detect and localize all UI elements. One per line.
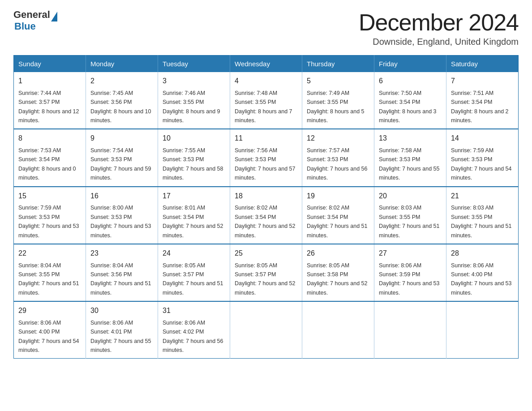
day-number: 21 [451, 191, 514, 202]
logo-text-general: General [13, 9, 50, 21]
day-info: Sunrise: 8:02 AMSunset: 3:54 PMDaylight:… [235, 205, 296, 238]
day-number: 2 [90, 76, 153, 87]
table-row: 5Sunrise: 7:49 AMSunset: 3:55 PMDaylight… [302, 72, 374, 129]
day-number: 22 [18, 248, 81, 259]
calendar-table: Sunday Monday Tuesday Wednesday Thursday… [13, 55, 519, 359]
day-number: 16 [90, 191, 153, 202]
day-info: Sunrise: 7:53 AMSunset: 3:54 PMDaylight:… [18, 147, 76, 181]
day-number: 29 [18, 305, 81, 317]
day-number: 30 [90, 305, 153, 317]
table-row [446, 301, 519, 359]
table-row: 22Sunrise: 8:04 AMSunset: 3:55 PMDayligh… [14, 244, 86, 301]
table-row: 20Sunrise: 8:03 AMSunset: 3:55 PMDayligh… [374, 187, 446, 244]
calendar-week-row: 1Sunrise: 7:44 AMSunset: 3:57 PMDaylight… [14, 72, 519, 129]
day-info: Sunrise: 8:04 AMSunset: 3:55 PMDaylight:… [18, 262, 79, 296]
table-row: 29Sunrise: 8:06 AMSunset: 4:00 PMDayligh… [14, 301, 86, 359]
table-row: 16Sunrise: 8:00 AMSunset: 3:53 PMDayligh… [86, 187, 158, 244]
col-friday: Friday [374, 56, 446, 73]
logo-triangle-icon [51, 12, 57, 21]
col-monday: Monday [86, 56, 158, 73]
day-number: 11 [235, 133, 297, 144]
day-info: Sunrise: 7:50 AMSunset: 3:54 PMDaylight:… [379, 90, 437, 124]
day-number: 31 [163, 305, 225, 317]
day-number: 3 [163, 76, 225, 87]
day-info: Sunrise: 7:49 AMSunset: 3:55 PMDaylight:… [307, 90, 365, 124]
day-info: Sunrise: 8:04 AMSunset: 3:56 PMDaylight:… [90, 262, 151, 296]
table-row: 6Sunrise: 7:50 AMSunset: 3:54 PMDaylight… [374, 72, 446, 129]
day-number: 5 [307, 76, 369, 87]
day-number: 20 [379, 191, 442, 202]
table-row: 11Sunrise: 7:56 AMSunset: 3:53 PMDayligh… [230, 129, 302, 186]
day-number: 7 [451, 76, 514, 87]
day-number: 10 [163, 133, 225, 144]
day-number: 18 [235, 191, 297, 202]
day-info: Sunrise: 7:56 AMSunset: 3:53 PMDaylight:… [235, 147, 296, 181]
day-info: Sunrise: 8:06 AMSunset: 4:00 PMDaylight:… [18, 320, 79, 353]
table-row: 3Sunrise: 7:46 AMSunset: 3:55 PMDaylight… [158, 72, 230, 129]
table-row: 24Sunrise: 8:05 AMSunset: 3:57 PMDayligh… [158, 244, 230, 301]
day-number: 13 [379, 133, 442, 144]
day-info: Sunrise: 7:45 AMSunset: 3:56 PMDaylight:… [90, 90, 151, 124]
title-area: December 2024 Downside, England, United … [359, 9, 519, 47]
table-row: 18Sunrise: 8:02 AMSunset: 3:54 PMDayligh… [230, 187, 302, 244]
day-info: Sunrise: 8:05 AMSunset: 3:57 PMDaylight:… [235, 262, 296, 296]
day-number: 17 [163, 191, 225, 202]
day-info: Sunrise: 7:44 AMSunset: 3:57 PMDaylight:… [18, 90, 79, 124]
day-number: 4 [235, 76, 297, 87]
day-info: Sunrise: 8:03 AMSunset: 3:55 PMDaylight:… [379, 205, 440, 238]
table-row [230, 301, 302, 359]
day-info: Sunrise: 7:51 AMSunset: 3:54 PMDaylight:… [451, 90, 509, 124]
table-row: 26Sunrise: 8:05 AMSunset: 3:58 PMDayligh… [302, 244, 374, 301]
day-number: 27 [379, 248, 442, 259]
day-info: Sunrise: 8:06 AMSunset: 4:01 PMDaylight:… [90, 320, 151, 353]
day-number: 19 [307, 191, 369, 202]
day-info: Sunrise: 7:59 AMSunset: 3:53 PMDaylight:… [18, 205, 79, 238]
day-number: 8 [18, 133, 81, 144]
month-title: December 2024 [359, 9, 519, 36]
table-row: 12Sunrise: 7:57 AMSunset: 3:53 PMDayligh… [302, 129, 374, 186]
table-row: 21Sunrise: 8:03 AMSunset: 3:55 PMDayligh… [446, 187, 519, 244]
table-row: 4Sunrise: 7:48 AMSunset: 3:55 PMDaylight… [230, 72, 302, 129]
table-row [302, 301, 374, 359]
table-row: 8Sunrise: 7:53 AMSunset: 3:54 PMDaylight… [14, 129, 86, 186]
day-number: 9 [90, 133, 153, 144]
day-info: Sunrise: 8:06 AMSunset: 3:59 PMDaylight:… [379, 262, 440, 296]
day-info: Sunrise: 7:59 AMSunset: 3:53 PMDaylight:… [451, 147, 512, 181]
calendar-week-row: 8Sunrise: 7:53 AMSunset: 3:54 PMDaylight… [14, 129, 519, 186]
table-row: 30Sunrise: 8:06 AMSunset: 4:01 PMDayligh… [86, 301, 158, 359]
calendar-week-row: 22Sunrise: 8:04 AMSunset: 3:55 PMDayligh… [14, 244, 519, 301]
table-row: 13Sunrise: 7:58 AMSunset: 3:53 PMDayligh… [374, 129, 446, 186]
table-row: 14Sunrise: 7:59 AMSunset: 3:53 PMDayligh… [446, 129, 519, 186]
day-number: 25 [235, 248, 297, 259]
col-tuesday: Tuesday [158, 56, 230, 73]
day-info: Sunrise: 8:02 AMSunset: 3:54 PMDaylight:… [307, 205, 368, 238]
col-sunday: Sunday [14, 56, 86, 73]
day-info: Sunrise: 7:58 AMSunset: 3:53 PMDaylight:… [379, 147, 440, 181]
table-row: 15Sunrise: 7:59 AMSunset: 3:53 PMDayligh… [14, 187, 86, 244]
day-info: Sunrise: 8:00 AMSunset: 3:53 PMDaylight:… [90, 205, 151, 238]
table-row: 17Sunrise: 8:01 AMSunset: 3:54 PMDayligh… [158, 187, 230, 244]
day-info: Sunrise: 7:46 AMSunset: 3:55 PMDaylight:… [163, 90, 220, 124]
table-row: 31Sunrise: 8:06 AMSunset: 4:02 PMDayligh… [158, 301, 230, 359]
col-wednesday: Wednesday [230, 56, 302, 73]
day-info: Sunrise: 8:05 AMSunset: 3:58 PMDaylight:… [307, 262, 368, 296]
day-number: 6 [379, 76, 442, 87]
day-number: 15 [18, 191, 81, 202]
day-number: 26 [307, 248, 369, 259]
logo: General Blue [13, 9, 57, 32]
calendar-week-row: 29Sunrise: 8:06 AMSunset: 4:00 PMDayligh… [14, 301, 519, 359]
col-saturday: Saturday [446, 56, 519, 73]
table-row: 10Sunrise: 7:55 AMSunset: 3:53 PMDayligh… [158, 129, 230, 186]
day-info: Sunrise: 7:54 AMSunset: 3:53 PMDaylight:… [90, 147, 151, 181]
table-row [374, 301, 446, 359]
day-info: Sunrise: 8:05 AMSunset: 3:57 PMDaylight:… [163, 262, 223, 296]
table-row: 2Sunrise: 7:45 AMSunset: 3:56 PMDaylight… [86, 72, 158, 129]
calendar-header-row: Sunday Monday Tuesday Wednesday Thursday… [14, 56, 519, 73]
table-row: 23Sunrise: 8:04 AMSunset: 3:56 PMDayligh… [86, 244, 158, 301]
table-row: 25Sunrise: 8:05 AMSunset: 3:57 PMDayligh… [230, 244, 302, 301]
table-row: 1Sunrise: 7:44 AMSunset: 3:57 PMDaylight… [14, 72, 86, 129]
day-number: 23 [90, 248, 153, 259]
table-row: 28Sunrise: 8:06 AMSunset: 4:00 PMDayligh… [446, 244, 519, 301]
day-number: 24 [163, 248, 225, 259]
day-number: 28 [451, 248, 514, 259]
